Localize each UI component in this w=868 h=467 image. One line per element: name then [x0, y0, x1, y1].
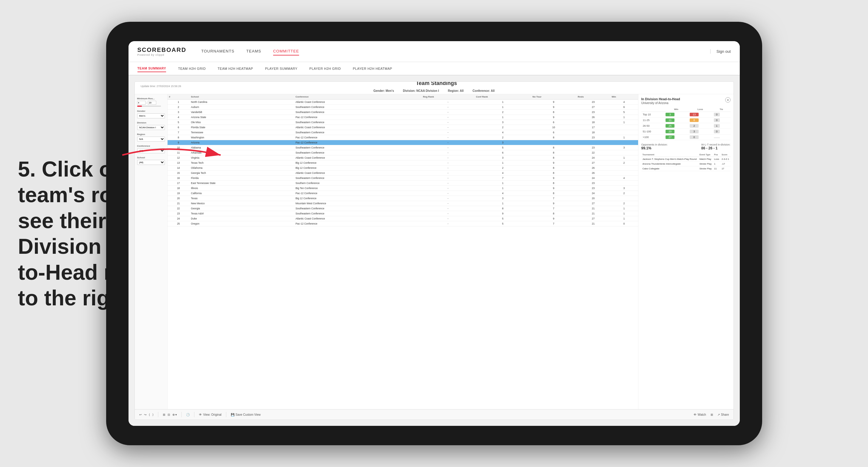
paste-button[interactable]: ⊟ [167, 413, 170, 416]
table-row[interactable]: 22 Georgia Southeastern Conference - 8 7… [167, 206, 638, 211]
cell-school: Texas Tech [189, 160, 294, 165]
sub-nav-team-h2h-heatmap[interactable]: TEAM H2H HEATMAP [218, 65, 253, 72]
sub-nav-player-summary[interactable]: PLAYER SUMMARY [265, 65, 298, 72]
cell-school: Arkansas [189, 150, 294, 155]
school-sidebar-select[interactable]: (All) [137, 160, 165, 165]
cell-conference: Atlantic Coast Conference [294, 216, 422, 221]
tour-name-cell: Arizona Thunderbirds Intercollegiate [641, 162, 698, 166]
nav-tournaments[interactable]: TOURNAMENTS [201, 48, 235, 56]
cell-no-tour: 8 [531, 170, 577, 176]
table-row[interactable]: 4 Arizona State Pac-12 Conference - 1 9 … [167, 115, 638, 120]
h2h-loss-cell: 8 [688, 118, 712, 123]
table-row[interactable]: 9 Arizona Pac-12 Conference - 3 [167, 140, 638, 145]
redo-button[interactable]: ↪ [144, 413, 146, 416]
cell-school: Ole Miss [189, 120, 294, 125]
cell-reg-rank: - [422, 211, 475, 216]
cell-school: Duke [189, 216, 294, 221]
sub-nav-team-h2h-grid[interactable]: TEAM H2H GRID [178, 65, 206, 72]
sub-nav-team-summary[interactable]: TEAM SUMMARY [137, 65, 166, 72]
table-row[interactable]: 17 East Tennessee State Southern Confere… [167, 181, 638, 186]
layout-button[interactable]: ⊞ [711, 413, 713, 416]
cell-school: Alabama [189, 145, 294, 150]
table-row[interactable]: 7 Tennessee Southeastern Conference - 4 … [167, 130, 638, 135]
cell-rank: 15 [167, 170, 190, 176]
cell-win: 5 [610, 110, 638, 115]
table-row[interactable]: 6 Florida State Atlantic Coast Conferenc… [167, 125, 638, 130]
cell-conference: Pac-12 Conference [294, 135, 422, 140]
cell-conference: Atlantic Coast Conference [294, 100, 422, 105]
table-row[interactable]: 24 Duke Atlantic Coast Conference - 5 9 … [167, 216, 638, 221]
cell-rank: 3 [167, 110, 190, 115]
copy-button[interactable]: ⊞ [163, 413, 165, 416]
table-row[interactable]: 12 Virginia Atlantic Coast Conference - … [167, 155, 638, 160]
cell-win [610, 165, 638, 170]
cell-school: Georgia [189, 206, 294, 211]
table-row[interactable]: 14 Oklahoma Big 12 Conference - 2 8 26 [167, 165, 638, 170]
undo-button[interactable]: ↩ [139, 413, 142, 416]
watch-button[interactable]: 👁 Watch [693, 413, 706, 416]
table-row[interactable]: 25 Oregon Pac-12 Conference - 5 7 21 0 [167, 221, 638, 226]
clock-button[interactable]: 🕐 [186, 413, 190, 416]
table-row[interactable]: 15 Georgia Tech Atlantic Coast Conferenc… [167, 170, 638, 176]
cell-no-tour: 8 [531, 135, 577, 140]
cell-rnds: 27 [577, 105, 610, 110]
min-rounds-to-input[interactable] [148, 101, 156, 105]
cell-reg-rank: - [422, 100, 475, 105]
cell-reg-rank: - [422, 221, 475, 226]
cell-conference: Southeastern Conference [294, 105, 422, 110]
teams-tbody: 1 North Carolina Atlantic Coast Conferen… [167, 100, 638, 226]
table-row[interactable]: 8 Washington Pac-12 Conference - 2 8 23 … [167, 135, 638, 140]
table-row[interactable]: 2 Auburn Southeastern Conference - 1 9 2… [167, 105, 638, 110]
table-row[interactable]: 18 Illinois Big Ten Conference - 1 9 23 … [167, 186, 638, 191]
step-back-button[interactable]: ⟨ [149, 413, 150, 416]
cell-no-tour: 8 [531, 181, 577, 186]
min-rounds-from-input[interactable] [137, 101, 146, 105]
h2h-tie-cell: 0 [712, 112, 731, 118]
cell-rnds: 23 [577, 145, 610, 150]
view-original-button[interactable]: 👁 View: Original [199, 413, 221, 416]
region-sidebar-select[interactable]: N/A [137, 136, 165, 142]
min-rounds-slider[interactable] [137, 105, 161, 107]
table-row[interactable]: 16 Florida Southeastern Conference - 7 9… [167, 176, 638, 181]
save-custom-button[interactable]: 💾 Save Custom View [231, 413, 260, 416]
table-header-row: # School Conference Reg Rank Conf Rank N… [167, 94, 638, 100]
division-sidebar-select[interactable]: NCAA Division I [137, 125, 165, 130]
cell-conference: Southeastern Conference [294, 206, 422, 211]
table-row[interactable]: 13 Texas Tech Big 12 Conference - 1 9 27… [167, 160, 638, 165]
eye-icon: 👁 [199, 413, 202, 416]
cell-rnds: 27 [577, 160, 610, 165]
table-row[interactable]: 23 Texas A&M Southeastern Conference - 9… [167, 211, 638, 216]
h2h-win-cell: 25 [664, 123, 688, 129]
table-row[interactable]: 1 North Carolina Atlantic Coast Conferen… [167, 100, 638, 105]
table-row[interactable]: 3 Vanderbilt Southeastern Conference - 2… [167, 110, 638, 115]
tournament-row: Cabo Collegiate Stroke Play 11 17 [641, 166, 731, 171]
step-forward-button[interactable]: ⟩ [152, 413, 154, 416]
table-row[interactable]: 5 Ole Miss Southeastern Conference - 3 6… [167, 120, 638, 125]
conference-sidebar-select[interactable]: (All) [137, 148, 165, 153]
nav-committee[interactable]: COMMITTEE [273, 48, 299, 56]
table-row[interactable]: 19 California Pac-12 Conference - 4 8 24… [167, 191, 638, 196]
sign-out-link[interactable]: Sign out [710, 49, 731, 54]
table-row[interactable]: 10 Alabama Southeastern Conference - 5 8… [167, 145, 638, 150]
more-options-button[interactable]: ⊕ ▾ [172, 413, 177, 416]
wlt-value: 86 - 26 - 1 [701, 146, 731, 150]
tournament-header-row: Tournament Event Type Pos Score [641, 153, 731, 157]
nav-teams[interactable]: TEAMS [246, 48, 261, 56]
cell-rnds: 17 [577, 125, 610, 130]
cell-rank: 24 [167, 216, 190, 221]
sub-nav-player-h2h-heatmap[interactable]: PLAYER H2H HEATMAP [353, 65, 392, 72]
share-button[interactable]: ↗ Share [717, 413, 729, 416]
table-row[interactable]: 20 Texas Big 12 Conference - 3 7 20 [167, 196, 638, 201]
h2h-col-tie: Tie [712, 107, 731, 112]
cell-school: New Mexico [189, 201, 294, 206]
table-row[interactable]: 11 Arkansas Southeastern Conference - 6 … [167, 150, 638, 155]
cell-conference: Southeastern Conference [294, 145, 422, 150]
sub-nav-player-h2h-grid[interactable]: PLAYER H2H GRID [310, 65, 341, 72]
table-row[interactable]: 21 New Mexico Mountain West Conference -… [167, 201, 638, 206]
logo-sub: Powered by clippd [137, 53, 186, 56]
gender-sidebar-select[interactable]: Men's [137, 113, 165, 118]
standings-title: Team Standings [416, 82, 457, 87]
region-filter-display: Region: All [448, 89, 464, 92]
close-panel-button[interactable]: ✕ [725, 97, 731, 102]
tour-col-score: Score [720, 153, 731, 157]
